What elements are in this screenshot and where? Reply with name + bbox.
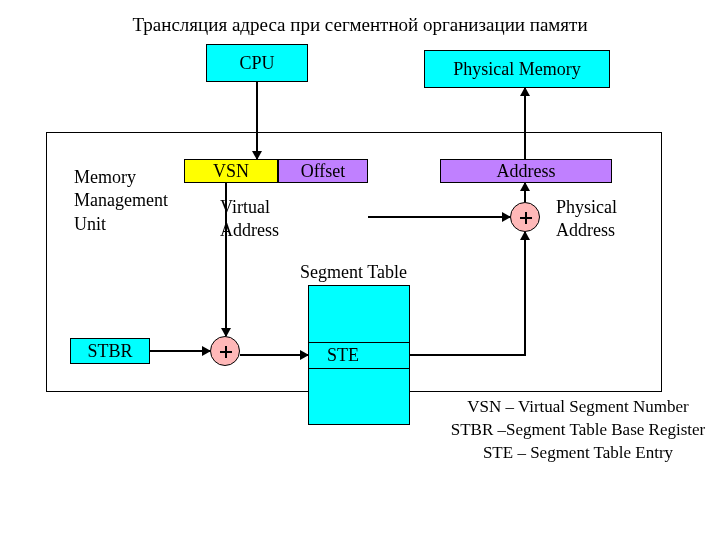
legend: VSN – Virtual Segment Number STBR –Segme… [438,396,718,465]
adder-2 [510,202,540,232]
virtual-address-label: Virtual Address [220,196,279,243]
arrow-adder2-to-address [524,183,526,202]
arrow-vsn-to-adder1 [225,183,227,336]
physical-address-label: Physical Address [556,196,617,243]
cpu-box: CPU [206,44,308,82]
physical-memory-box: Physical Memory [424,50,610,88]
address-box: Address [440,159,612,183]
mmu-label: Memory Management Unit [74,166,184,236]
legend-stbr: STBR –Segment Table Base Register [438,419,718,442]
arrow-offset-to-adder2 [368,216,510,218]
vsn-box: VSN [184,159,278,183]
legend-ste: STE – Segment Table Entry [438,442,718,465]
arrow-ste-to-adder2-h [410,354,525,356]
offset-box: Offset [278,159,368,183]
ste-entry: STE [308,342,410,369]
arrow-cpu-to-va [256,82,258,159]
stbr-box: STBR [70,338,150,364]
adder-1 [210,336,240,366]
segment-table-label: Segment Table [300,262,407,283]
legend-vsn: VSN – Virtual Segment Number [438,396,718,419]
arrow-stbr-to-adder1 [150,350,210,352]
arrow-adder1-to-ste [240,354,308,356]
arrow-ste-to-adder2-v [524,232,526,356]
arrow-address-to-physmem [524,88,526,159]
diagram-title: Трансляция адреса при сегментной организ… [0,14,720,36]
